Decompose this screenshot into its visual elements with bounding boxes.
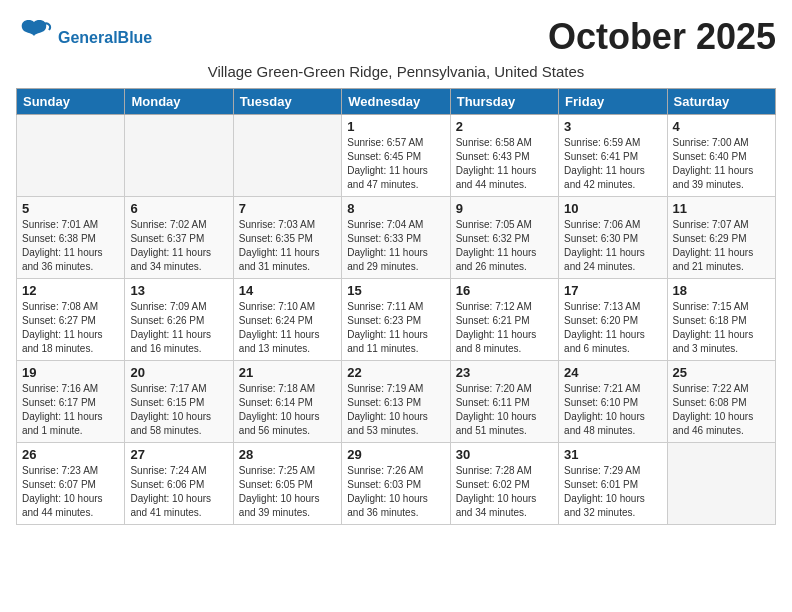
day-number: 20 bbox=[130, 365, 227, 380]
calendar-cell: 16Sunrise: 7:12 AM Sunset: 6:21 PM Dayli… bbox=[450, 279, 558, 361]
calendar-cell: 17Sunrise: 7:13 AM Sunset: 6:20 PM Dayli… bbox=[559, 279, 667, 361]
day-info: Sunrise: 6:58 AM Sunset: 6:43 PM Dayligh… bbox=[456, 136, 553, 192]
day-info: Sunrise: 7:24 AM Sunset: 6:06 PM Dayligh… bbox=[130, 464, 227, 520]
calendar-week-row: 1Sunrise: 6:57 AM Sunset: 6:45 PM Daylig… bbox=[17, 115, 776, 197]
day-number: 13 bbox=[130, 283, 227, 298]
col-header-saturday: Saturday bbox=[667, 89, 775, 115]
calendar-cell: 15Sunrise: 7:11 AM Sunset: 6:23 PM Dayli… bbox=[342, 279, 450, 361]
day-number: 31 bbox=[564, 447, 661, 462]
calendar-cell: 4Sunrise: 7:00 AM Sunset: 6:40 PM Daylig… bbox=[667, 115, 775, 197]
day-info: Sunrise: 7:02 AM Sunset: 6:37 PM Dayligh… bbox=[130, 218, 227, 274]
page-header: GeneralBlue October 2025 bbox=[16, 16, 776, 59]
logo-icon bbox=[16, 16, 52, 59]
calendar-cell: 1Sunrise: 6:57 AM Sunset: 6:45 PM Daylig… bbox=[342, 115, 450, 197]
day-info: Sunrise: 7:17 AM Sunset: 6:15 PM Dayligh… bbox=[130, 382, 227, 438]
calendar-cell: 2Sunrise: 6:58 AM Sunset: 6:43 PM Daylig… bbox=[450, 115, 558, 197]
col-header-wednesday: Wednesday bbox=[342, 89, 450, 115]
day-info: Sunrise: 7:19 AM Sunset: 6:13 PM Dayligh… bbox=[347, 382, 444, 438]
day-info: Sunrise: 7:25 AM Sunset: 6:05 PM Dayligh… bbox=[239, 464, 336, 520]
day-number: 26 bbox=[22, 447, 119, 462]
calendar-cell: 3Sunrise: 6:59 AM Sunset: 6:41 PM Daylig… bbox=[559, 115, 667, 197]
col-header-sunday: Sunday bbox=[17, 89, 125, 115]
day-number: 17 bbox=[564, 283, 661, 298]
day-info: Sunrise: 7:13 AM Sunset: 6:20 PM Dayligh… bbox=[564, 300, 661, 356]
calendar-cell: 30Sunrise: 7:28 AM Sunset: 6:02 PM Dayli… bbox=[450, 443, 558, 525]
calendar-cell: 23Sunrise: 7:20 AM Sunset: 6:11 PM Dayli… bbox=[450, 361, 558, 443]
calendar-cell: 8Sunrise: 7:04 AM Sunset: 6:33 PM Daylig… bbox=[342, 197, 450, 279]
day-info: Sunrise: 7:12 AM Sunset: 6:21 PM Dayligh… bbox=[456, 300, 553, 356]
calendar-cell: 18Sunrise: 7:15 AM Sunset: 6:18 PM Dayli… bbox=[667, 279, 775, 361]
day-info: Sunrise: 6:57 AM Sunset: 6:45 PM Dayligh… bbox=[347, 136, 444, 192]
day-info: Sunrise: 7:28 AM Sunset: 6:02 PM Dayligh… bbox=[456, 464, 553, 520]
day-info: Sunrise: 7:20 AM Sunset: 6:11 PM Dayligh… bbox=[456, 382, 553, 438]
calendar-cell: 20Sunrise: 7:17 AM Sunset: 6:15 PM Dayli… bbox=[125, 361, 233, 443]
calendar-cell bbox=[125, 115, 233, 197]
day-number: 5 bbox=[22, 201, 119, 216]
day-number: 23 bbox=[456, 365, 553, 380]
day-number: 16 bbox=[456, 283, 553, 298]
day-info: Sunrise: 7:26 AM Sunset: 6:03 PM Dayligh… bbox=[347, 464, 444, 520]
day-info: Sunrise: 7:21 AM Sunset: 6:10 PM Dayligh… bbox=[564, 382, 661, 438]
day-number: 29 bbox=[347, 447, 444, 462]
day-number: 3 bbox=[564, 119, 661, 134]
day-number: 22 bbox=[347, 365, 444, 380]
col-header-monday: Monday bbox=[125, 89, 233, 115]
day-number: 11 bbox=[673, 201, 770, 216]
calendar-week-row: 26Sunrise: 7:23 AM Sunset: 6:07 PM Dayli… bbox=[17, 443, 776, 525]
day-info: Sunrise: 7:06 AM Sunset: 6:30 PM Dayligh… bbox=[564, 218, 661, 274]
calendar-cell: 21Sunrise: 7:18 AM Sunset: 6:14 PM Dayli… bbox=[233, 361, 341, 443]
calendar-cell: 24Sunrise: 7:21 AM Sunset: 6:10 PM Dayli… bbox=[559, 361, 667, 443]
day-info: Sunrise: 7:08 AM Sunset: 6:27 PM Dayligh… bbox=[22, 300, 119, 356]
calendar-cell: 10Sunrise: 7:06 AM Sunset: 6:30 PM Dayli… bbox=[559, 197, 667, 279]
calendar-week-row: 5Sunrise: 7:01 AM Sunset: 6:38 PM Daylig… bbox=[17, 197, 776, 279]
col-header-friday: Friday bbox=[559, 89, 667, 115]
calendar-table: SundayMondayTuesdayWednesdayThursdayFrid… bbox=[16, 88, 776, 525]
day-info: Sunrise: 7:07 AM Sunset: 6:29 PM Dayligh… bbox=[673, 218, 770, 274]
day-number: 9 bbox=[456, 201, 553, 216]
day-number: 7 bbox=[239, 201, 336, 216]
day-info: Sunrise: 7:01 AM Sunset: 6:38 PM Dayligh… bbox=[22, 218, 119, 274]
calendar-cell: 7Sunrise: 7:03 AM Sunset: 6:35 PM Daylig… bbox=[233, 197, 341, 279]
day-info: Sunrise: 7:10 AM Sunset: 6:24 PM Dayligh… bbox=[239, 300, 336, 356]
day-number: 12 bbox=[22, 283, 119, 298]
calendar-cell: 22Sunrise: 7:19 AM Sunset: 6:13 PM Dayli… bbox=[342, 361, 450, 443]
day-info: Sunrise: 7:16 AM Sunset: 6:17 PM Dayligh… bbox=[22, 382, 119, 438]
calendar-cell: 12Sunrise: 7:08 AM Sunset: 6:27 PM Dayli… bbox=[17, 279, 125, 361]
day-number: 14 bbox=[239, 283, 336, 298]
day-info: Sunrise: 7:18 AM Sunset: 6:14 PM Dayligh… bbox=[239, 382, 336, 438]
day-info: Sunrise: 7:22 AM Sunset: 6:08 PM Dayligh… bbox=[673, 382, 770, 438]
day-number: 25 bbox=[673, 365, 770, 380]
day-number: 27 bbox=[130, 447, 227, 462]
calendar-cell: 14Sunrise: 7:10 AM Sunset: 6:24 PM Dayli… bbox=[233, 279, 341, 361]
col-header-tuesday: Tuesday bbox=[233, 89, 341, 115]
day-info: Sunrise: 7:09 AM Sunset: 6:26 PM Dayligh… bbox=[130, 300, 227, 356]
day-number: 4 bbox=[673, 119, 770, 134]
day-number: 21 bbox=[239, 365, 336, 380]
day-number: 24 bbox=[564, 365, 661, 380]
day-number: 1 bbox=[347, 119, 444, 134]
day-number: 28 bbox=[239, 447, 336, 462]
day-number: 30 bbox=[456, 447, 553, 462]
calendar-cell: 31Sunrise: 7:29 AM Sunset: 6:01 PM Dayli… bbox=[559, 443, 667, 525]
day-number: 15 bbox=[347, 283, 444, 298]
calendar-cell: 19Sunrise: 7:16 AM Sunset: 6:17 PM Dayli… bbox=[17, 361, 125, 443]
calendar-cell: 11Sunrise: 7:07 AM Sunset: 6:29 PM Dayli… bbox=[667, 197, 775, 279]
day-number: 10 bbox=[564, 201, 661, 216]
day-info: Sunrise: 7:11 AM Sunset: 6:23 PM Dayligh… bbox=[347, 300, 444, 356]
day-number: 18 bbox=[673, 283, 770, 298]
day-number: 6 bbox=[130, 201, 227, 216]
day-info: Sunrise: 7:03 AM Sunset: 6:35 PM Dayligh… bbox=[239, 218, 336, 274]
calendar-cell: 13Sunrise: 7:09 AM Sunset: 6:26 PM Dayli… bbox=[125, 279, 233, 361]
calendar-week-row: 19Sunrise: 7:16 AM Sunset: 6:17 PM Dayli… bbox=[17, 361, 776, 443]
month-title: October 2025 bbox=[548, 16, 776, 58]
calendar-cell: 9Sunrise: 7:05 AM Sunset: 6:32 PM Daylig… bbox=[450, 197, 558, 279]
day-info: Sunrise: 7:15 AM Sunset: 6:18 PM Dayligh… bbox=[673, 300, 770, 356]
day-number: 2 bbox=[456, 119, 553, 134]
day-info: Sunrise: 7:23 AM Sunset: 6:07 PM Dayligh… bbox=[22, 464, 119, 520]
calendar-cell: 6Sunrise: 7:02 AM Sunset: 6:37 PM Daylig… bbox=[125, 197, 233, 279]
logo: GeneralBlue bbox=[16, 16, 152, 59]
day-number: 8 bbox=[347, 201, 444, 216]
day-info: Sunrise: 7:04 AM Sunset: 6:33 PM Dayligh… bbox=[347, 218, 444, 274]
day-info: Sunrise: 7:29 AM Sunset: 6:01 PM Dayligh… bbox=[564, 464, 661, 520]
calendar-cell: 29Sunrise: 7:26 AM Sunset: 6:03 PM Dayli… bbox=[342, 443, 450, 525]
